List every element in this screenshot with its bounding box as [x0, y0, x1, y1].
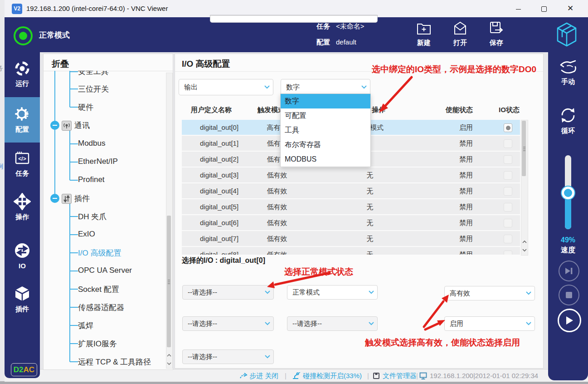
table-row[interactable]: digital_out[3] 低有效 无 禁用	[182, 167, 520, 182]
scroll-up-icon[interactable]	[166, 351, 171, 359]
io-state-indicator[interactable]	[504, 139, 512, 148]
collision-status[interactable]: 碰撞检测开启(33%)	[303, 369, 362, 382]
table-row[interactable]: digital_out[6] 低有效 无 禁用	[182, 215, 520, 230]
table-row[interactable]: digital_out[7] 低有效 无 禁用	[182, 231, 520, 246]
io-direction-select[interactable]: 输出	[179, 79, 273, 95]
chevron-down-icon	[369, 290, 374, 294]
sidebar-item-plugin[interactable]: 插件	[5, 285, 40, 314]
sidebar-item-label: 操作	[5, 213, 40, 222]
sidebar-item-io[interactable]: IO	[5, 242, 40, 270]
minimize-button[interactable]	[508, 0, 529, 17]
scroll-down-icon[interactable]	[166, 359, 171, 367]
manual-mode-label: 手动	[548, 78, 588, 86]
chevron-down-icon	[361, 85, 367, 89]
row-enable: 禁用	[434, 199, 498, 214]
dropdown-option-configurable[interactable]: 可配置	[281, 108, 370, 123]
speed-slider-handle[interactable]	[562, 187, 574, 199]
robot-mode-select[interactable]: --请选择--	[182, 285, 274, 300]
scroll-up-icon[interactable]	[522, 237, 527, 246]
tree-item-opc-ua-server[interactable]: OPC UA Server	[78, 266, 132, 275]
collision-icon	[292, 372, 301, 384]
tree-connector-lines	[44, 71, 172, 369]
file-manager-link[interactable]: 文件管理器	[383, 369, 417, 382]
dropdown-option-digital[interactable]: 数字	[281, 94, 370, 108]
io-state-indicator[interactable]	[504, 251, 512, 255]
right-control-sidebar: 手动 循环 49% 速度	[548, 52, 588, 380]
tree-item-sensor-adapter[interactable]: 传感器适配器	[78, 302, 124, 313]
vnc-toolbar-tab[interactable]	[210, 15, 378, 23]
trigger-mode-select[interactable]: 高有效	[444, 286, 535, 300]
manual-mode-button[interactable]	[558, 59, 578, 79]
row-trigger: 低有效	[245, 183, 309, 198]
io-state-indicator[interactable]	[504, 123, 512, 132]
io-state-indicator[interactable]	[504, 187, 512, 196]
new-button[interactable]: 新建	[408, 21, 440, 47]
sidebar-item-task[interactable]: </> 任务	[5, 150, 40, 178]
tree-item-safety-tool[interactable]: 安全工具	[78, 71, 109, 77]
tree-item-arc-welding[interactable]: 弧焊	[78, 320, 93, 331]
ip-and-clock: 192.168.1.200|2012-01-01 02:29:34	[430, 369, 538, 382]
maximize-button[interactable]	[534, 0, 554, 17]
sidebar-item-config[interactable]: 配置	[5, 105, 40, 134]
open-button[interactable]: 打开	[444, 21, 476, 47]
d2ac-badge-right: AC	[24, 365, 35, 374]
brand-logo-icon	[556, 22, 577, 49]
tree-item-ethernet-ip[interactable]: EtherNet/IP	[78, 157, 118, 166]
operation-mode-select[interactable]: --请选择--	[182, 350, 274, 364]
dropdown-option-bool-register[interactable]: 布尔寄存器	[281, 138, 370, 152]
sidebar-item-operate[interactable]: 操作	[5, 193, 40, 222]
tree-scrollbar[interactable]	[166, 73, 173, 369]
io-state-indicator[interactable]	[504, 235, 512, 243]
io-type-value: 数字	[286, 83, 300, 91]
tree-collapse-toggle-plugin[interactable]	[50, 194, 59, 203]
table-scrollbar[interactable]	[521, 120, 528, 256]
tree-item-dh-gripper[interactable]: DH 夹爪	[78, 212, 107, 222]
step-status[interactable]: 步进 关闭	[249, 369, 278, 382]
loop-mode-button[interactable]	[559, 106, 577, 127]
tree-item-communication[interactable]: 通讯	[74, 120, 90, 131]
io-state-indicator[interactable]	[504, 155, 512, 164]
tree-item-socket-config[interactable]: Socket 配置	[78, 284, 119, 295]
tree-item-profinet[interactable]: Profinet	[78, 175, 105, 184]
table-row[interactable]: digital_out[4] 低有效 无 禁用	[182, 183, 520, 198]
save-button[interactable]: 保存	[481, 21, 512, 47]
tree-item-exio[interactable]: ExIO	[78, 230, 95, 239]
tree-item-remote-tcp-toolpath[interactable]: 远程 TCP & 工具路径	[78, 357, 151, 367]
io-state-indicator[interactable]	[504, 219, 512, 227]
tree-item-hardware[interactable]: 硬件	[78, 102, 93, 113]
tree-item-plugins[interactable]: 插件	[74, 193, 90, 204]
tree-item-extended-io-service[interactable]: 扩展IO服务	[78, 339, 117, 349]
tree-item-io-advanced-config[interactable]: I/O 高级配置	[78, 248, 121, 258]
safety-mode-select[interactable]: 正常模式	[287, 285, 378, 300]
control-mode-select[interactable]: --请选择--	[287, 316, 378, 331]
close-button[interactable]: ✕	[560, 0, 581, 17]
table-scrollbar-thumb[interactable]	[522, 121, 526, 176]
d2ac-badge[interactable]: D2AC	[11, 363, 37, 376]
row-name: digital_out[1]	[200, 136, 238, 151]
dropdown-option-modbus[interactable]: MODBUS	[281, 152, 370, 167]
tree-scrollbar-thumb[interactable]	[167, 216, 171, 347]
dropdown-option-tool[interactable]: 工具	[281, 123, 370, 138]
vnc-logo-icon: V2	[12, 4, 22, 14]
tree-collapse-toggle-comm[interactable]	[50, 121, 59, 130]
play-button[interactable]	[558, 309, 581, 332]
robot-mode-value: --请选择--	[188, 288, 217, 297]
tree-collapse-header[interactable]: 折叠	[52, 58, 69, 70]
io-type-select[interactable]: 数字	[281, 79, 370, 95]
skip-step-button[interactable]	[559, 261, 579, 281]
task-state-select[interactable]: --请选择--	[182, 316, 274, 331]
background-text-fragment-1: 务	[0, 64, 3, 73]
io-state-indicator[interactable]	[504, 203, 512, 212]
io-state-indicator[interactable]	[504, 171, 512, 180]
io-type-dropdown-list: 数字 可配置 工具 布尔寄存器 MODBUS	[280, 94, 371, 167]
tree-item-modbus[interactable]: Modbus	[78, 139, 105, 148]
table-row[interactable]: digital_out[5] 低有效 无 禁用	[182, 199, 520, 214]
sidebar-item-run[interactable]: 运行	[5, 60, 40, 88]
table-row[interactable]: digital_out[8] 低有效 无 禁用	[182, 247, 520, 255]
scroll-down-icon[interactable]	[522, 246, 527, 254]
enable-state-select[interactable]: 启用	[444, 316, 535, 331]
background-window-edge: 任务 务 例	[0, 0, 5, 384]
tree-item-three-position-switch[interactable]: 三位开关	[78, 84, 109, 94]
stop-button[interactable]	[559, 285, 579, 305]
status-bar: 步进 关闭 | 碰撞检测开启(33%) | 文件管理器 | 192.168.1.…	[5, 369, 588, 382]
